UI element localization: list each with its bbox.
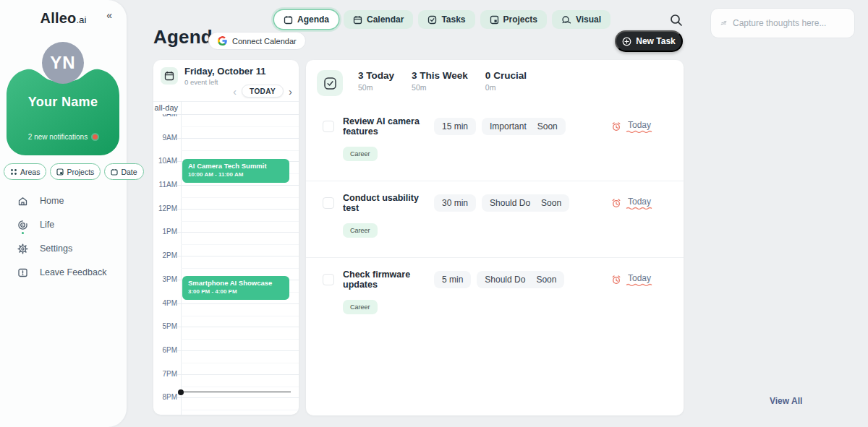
sidebar: Alleo.ai « YN Your Name 2 new notificati… — [0, 0, 127, 427]
life-target-icon — [17, 220, 28, 230]
logo-suffix: .ai — [76, 14, 86, 25]
areas-icon — [10, 168, 17, 176]
tab-tasks[interactable]: Tasks — [418, 10, 475, 29]
task-row: Review AI camera features 15 min Importa… — [306, 105, 684, 181]
wavy-underline — [626, 207, 653, 210]
hour-label: 10AM — [153, 157, 177, 165]
hour-row[interactable]: 8PM — [153, 397, 299, 415]
stat-duration: 50m — [412, 83, 468, 92]
calendar-panel: Friday, October 11 0 event left ‹ TODAY … — [153, 60, 299, 415]
task-row: Check firmware updates 5 min Should Do S… — [306, 258, 684, 334]
profile-name: Your Name — [7, 95, 119, 110]
collapse-sidebar-icon[interactable]: « — [106, 9, 112, 21]
task-checkbox[interactable] — [323, 121, 334, 132]
top-nav: Agenda Calendar Tasks Projects Visual — [274, 10, 610, 29]
task-urgency-pill[interactable]: Soon — [538, 194, 569, 212]
sidebar-item-settings[interactable]: Settings — [0, 237, 127, 260]
tasks-checkbox-icon — [317, 70, 343, 96]
next-day-icon[interactable]: › — [287, 86, 294, 97]
task-title[interactable]: Conduct usability test — [343, 193, 434, 213]
calendar-icon — [353, 15, 362, 25]
new-task-button[interactable]: New Task — [615, 30, 683, 52]
task-row: Conduct usability test 30 min Should Do … — [306, 181, 684, 258]
task-checkbox[interactable] — [323, 197, 334, 209]
tasks-header: 3 Today 50m 3 This Week 50m 0 Crucial 0m — [317, 70, 544, 96]
all-day-row[interactable]: all-day — [153, 101, 299, 114]
event-time: 3:00 PM - 4:00 PM — [188, 288, 284, 296]
stat-today[interactable]: 3 Today 50m — [358, 70, 394, 92]
task-priority-pill[interactable]: Important — [482, 118, 535, 135]
tab-agenda[interactable]: Agenda — [274, 10, 339, 29]
task-priority-pill[interactable]: Should Do — [477, 271, 533, 288]
sidebar-item-home[interactable]: Home — [0, 189, 127, 212]
task-priority-group: Should Do Soon — [477, 271, 564, 288]
task-urgency-pill[interactable]: Soon — [533, 271, 564, 288]
gear-icon — [17, 243, 28, 254]
tab-projects[interactable]: Projects — [480, 10, 547, 29]
view-all-link[interactable]: View All — [770, 396, 802, 406]
task-title[interactable]: Check firmware updates — [343, 269, 434, 290]
capture-thoughts-input[interactable] — [733, 18, 845, 28]
prev-day-icon[interactable]: ‹ — [231, 86, 238, 97]
task-due-badge[interactable]: Today — [611, 197, 653, 210]
calendar-hour-grid: 8AM 9AM 10AM 11AM 12PM 1PM 2PM 3PM 4PM 5… — [153, 114, 299, 415]
hour-label: 1PM — [153, 228, 177, 236]
filter-tab-projects[interactable]: Projects — [50, 163, 101, 180]
notification-dot-icon — [93, 134, 98, 139]
filter-tab-date[interactable]: Date — [104, 163, 143, 180]
tab-visual[interactable]: Visual — [552, 10, 610, 29]
visual-icon — [561, 15, 571, 25]
hour-label: 12PM — [153, 204, 177, 212]
current-time-indicator[interactable] — [181, 392, 291, 392]
current-time-dot — [178, 389, 184, 395]
hour-label: 7PM — [153, 370, 177, 378]
search-icon[interactable] — [668, 12, 684, 28]
scribble-icon — [720, 18, 727, 28]
task-due-badge[interactable]: Today — [611, 120, 653, 133]
stat-duration: 0m — [485, 83, 527, 92]
sidebar-item-life[interactable]: Life — [0, 213, 127, 236]
calendar-event[interactable]: AI Camera Tech Summit 10:00 AM - 11:00 A… — [182, 159, 289, 183]
projects-icon — [490, 15, 499, 25]
sidebar-item-leave-feedback[interactable]: Leave Feedback — [0, 261, 127, 284]
filter-tab-areas[interactable]: Areas — [4, 163, 46, 180]
task-duration-pill[interactable]: 15 min — [434, 118, 476, 135]
event-title: Smartphone AI Showcase — [188, 279, 284, 288]
task-urgency-pill[interactable]: Soon — [535, 118, 566, 135]
avatar[interactable]: YN — [42, 42, 84, 84]
alarm-clock-icon — [611, 198, 621, 208]
task-tag[interactable]: Career — [343, 300, 378, 314]
hour-label: 6PM — [153, 346, 177, 354]
task-priority-pill[interactable]: Should Do — [482, 194, 538, 212]
sidebar-nav: Home Life Settings Leave Feedback — [0, 189, 127, 284]
task-duration-pill[interactable]: 30 min — [434, 194, 476, 212]
tab-calendar[interactable]: Calendar — [344, 10, 413, 29]
date-calendar-icon — [111, 168, 118, 176]
calendar-day-icon — [161, 67, 178, 85]
hour-label: 5PM — [153, 322, 177, 330]
connect-calendar-button[interactable]: Connect Calendar — [208, 32, 306, 50]
stat-this-week[interactable]: 3 This Week 50m — [412, 70, 468, 92]
wavy-underline — [626, 283, 653, 286]
task-checkbox[interactable] — [323, 274, 334, 285]
due-label: Today — [628, 197, 651, 207]
task-tag[interactable]: Career — [343, 147, 378, 161]
due-label: Today — [628, 273, 651, 283]
task-duration-pill[interactable]: 5 min — [434, 271, 471, 288]
today-button[interactable]: TODAY — [242, 85, 284, 98]
calendar-event[interactable]: Smartphone AI Showcase 3:00 PM - 4:00 PM — [182, 276, 289, 300]
task-due-badge[interactable]: Today — [611, 273, 653, 286]
hour-label: 9AM — [153, 134, 177, 142]
event-time: 10:00 AM - 11:00 AM — [188, 171, 284, 178]
alarm-clock-icon — [611, 121, 621, 131]
notifications[interactable]: 2 new notifications — [7, 133, 119, 141]
hour-label: 2PM — [153, 251, 177, 259]
stat-crucial[interactable]: 0 Crucial 0m — [485, 70, 527, 92]
wavy-underline — [626, 130, 653, 133]
life-notification-dot — [22, 232, 24, 234]
tasks-panel: 3 Today 50m 3 This Week 50m 0 Crucial 0m… — [306, 60, 684, 415]
task-tag[interactable]: Career — [343, 223, 378, 238]
sidebar-filter-tabs: Areas Projects Date — [4, 163, 144, 180]
due-label: Today — [628, 120, 651, 130]
task-title[interactable]: Review AI camera features — [343, 116, 434, 137]
